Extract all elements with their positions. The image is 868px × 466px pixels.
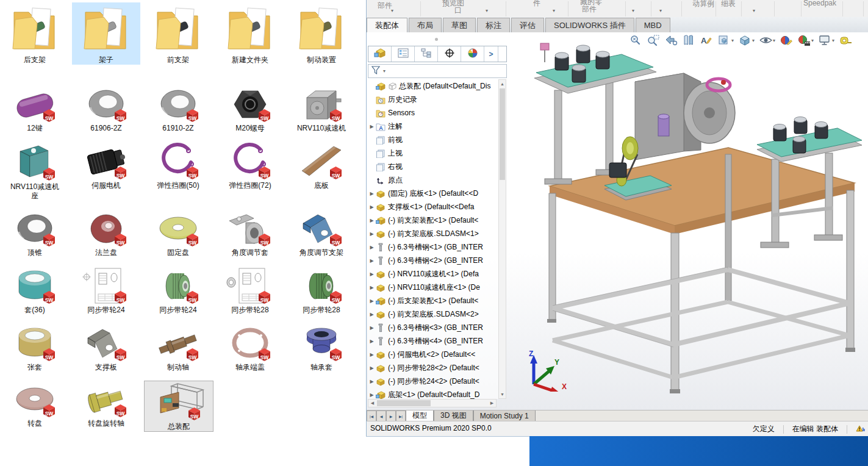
file-item-4[interactable]: 制动装置 [287,2,356,65]
panel-tab-dimxpert[interactable] [438,46,461,62]
ribbon-button-label[interactable]: 件 [533,0,540,9]
dropdown-caret[interactable]: ▾ [731,38,734,43]
file-item-31[interactable]: SW转盘旋转轴 [72,381,140,428]
feature-tree-filter[interactable]: ▾ [368,64,507,78]
tree-expand-arrow[interactable]: ▶ [368,218,376,223]
scrollbar-thumb[interactable] [377,400,431,406]
file-item-12[interactable]: SW弹性挡圈(50) [144,143,212,190]
tree-expand-arrow[interactable]: ▶ [368,245,376,250]
tree-item[interactable]: 历史记录 [368,93,498,106]
file-item-2[interactable]: 前支架 [144,2,212,65]
tree-item[interactable]: ▶(-) 前支架装配<1> (Default< [368,213,498,227]
ribbon-tab-4[interactable]: 标注 [477,18,510,32]
tree-expand-arrow[interactable]: ▶ [368,379,376,384]
tree-expand-arrow[interactable]: ▶ [368,124,376,129]
file-item-18[interactable]: SW角度调节套 [216,210,284,257]
ribbon-tab-3[interactable]: 草图 [443,18,476,32]
tree-item[interactable]: ▶底架<1> (Default<Default_D [368,388,498,399]
scroll-up-arrow[interactable]: ▲ [499,80,506,88]
study-tab-2[interactable]: 3D 视图 [434,410,473,421]
tree-expand-arrow[interactable]: ▶ [368,191,376,196]
file-item-30[interactable]: SW转盘 [1,381,69,428]
tree-expand-arrow[interactable]: ▶ [368,325,376,331]
file-item-23[interactable]: SW同步带轮28 [216,267,284,315]
file-item-25[interactable]: SW张套 [1,324,69,372]
tree-root-item[interactable]: 总装配 (Default<Default_Dis [368,79,498,93]
ribbon-button-label[interactable]: 细表 [721,0,736,9]
tree-item[interactable]: 前视 [368,133,498,146]
ribbon-button-label[interactable]: 部件 [378,1,392,11]
tree-item[interactable]: ▶(-) 6.3号槽钢<1> (GB_INTER [368,240,498,254]
ribbon-button-label[interactable]: 部件 [582,4,597,15]
file-item-7[interactable]: SW61910-2Z [144,85,212,133]
ribbon-tab-5[interactable]: 评估 [511,18,544,32]
tree-item[interactable]: 右视 [368,160,498,173]
tree-expand-arrow[interactable]: ▶ [368,339,376,344]
file-item-0[interactable]: 后支架 [1,2,69,65]
tree-item[interactable]: ▶(-) 6.3号槽钢<3> (GB_INTER [368,321,498,334]
tree-item[interactable]: ▶(-) NRV110减速机<1> (Defa [368,267,498,281]
file-item-14[interactable]: SW底板 [287,143,356,190]
panel-tab-features[interactable] [368,46,392,62]
ribbon-tab-1[interactable]: 装配体 [367,18,407,32]
previous-view-icon[interactable] [664,34,678,46]
ribbon-toolbar[interactable]: 部件预览图口件藏的零部件动算例细表Speedpak▾▾▾▾▾▾ [367,0,868,18]
study-tab-3[interactable]: Motion Study 1 [473,410,536,421]
tree-horizontal-scrollbar[interactable]: ◀ ▶ [368,399,497,407]
ribbon-dropdown-caret[interactable]: ▾ [486,8,488,13]
tree-expand-arrow[interactable]: ▶ [368,204,376,210]
measure-icon[interactable] [839,34,852,46]
ribbon-button-label[interactable]: Speedpak [803,0,836,7]
file-item-3[interactable]: 新建文件夹 [216,2,284,65]
display-style-icon[interactable]: ▾ [738,34,755,46]
dropdown-caret[interactable]: ▾ [832,38,834,43]
scroll-right-arrow[interactable]: ▶ [488,400,496,407]
filter-funnel-icon[interactable] [371,65,382,77]
file-item-27[interactable]: SW制动轴 [144,324,212,372]
tree-expand-arrow[interactable]: ▶ [368,298,376,304]
tree-expand-arrow[interactable]: ▶ [368,285,376,290]
file-item-24[interactable]: SW同步带轮28 [287,267,356,315]
tree-expand-arrow[interactable]: ▶ [368,365,376,371]
scroll-down-arrow[interactable]: ▼ [499,390,506,398]
tree-expand-arrow[interactable]: ▶ [368,312,376,317]
file-item-21[interactable]: SW同步带轮24 [72,267,140,315]
tree-expand-arrow[interactable]: ▶ [368,352,376,357]
file-item-29[interactable]: SW轴承套 [287,324,356,372]
tree-item[interactable]: ▶(-) 6.3号槽钢<4> (GB_INTER [368,334,498,348]
tree-item[interactable]: ▶(-) 前支架底板.SLDASM<2> [368,307,498,321]
sheet-nav-button-2[interactable]: ◀ [376,410,386,421]
view-settings-icon[interactable]: ▾ [818,34,834,46]
file-item-32[interactable]: SW总装配 [144,381,213,432]
tree-item[interactable]: ▶(-) NRV110减速机座<1> (De [368,281,498,294]
scrollbar-thumb[interactable] [500,88,505,180]
file-item-5[interactable]: SW12键 [1,85,69,133]
file-item-11[interactable]: SW伺服电机 [72,143,140,190]
panel-splitter-dot[interactable] [435,38,438,41]
ribbon-dropdown-caret[interactable]: ▾ [753,8,755,13]
ribbon-tab-2[interactable]: 布局 [409,18,442,32]
dropdown-caret[interactable]: ▾ [773,38,775,43]
file-item-13[interactable]: SW弹性挡圈(72) [216,143,284,190]
graphics-viewport[interactable]: Z Y X A▾▾▾▾▾ > ▾ 总装配 (Default<Default_Di… [367,32,868,410]
tree-item[interactable]: ▶A注解 [368,120,498,133]
ribbon-button-label[interactable]: 动算例 [692,0,714,9]
annotation-view-icon[interactable]: A [700,34,713,46]
dropdown-caret[interactable]: ▾ [752,38,755,43]
zoom-fit-icon[interactable] [629,34,642,46]
tree-item[interactable]: Sensors [368,106,498,120]
filter-dropdown-caret[interactable]: ▾ [383,68,386,74]
scroll-left-arrow[interactable]: ◀ [368,400,376,407]
tree-item[interactable]: 原点 [368,173,498,187]
ribbon-tab-6[interactable]: SOLIDWORKS 插件 [545,18,634,32]
file-explorer-pane[interactable]: 后支架架子前支架新建文件夹制动装置SW12键SW61906-2ZSW61910-… [0,0,366,466]
file-item-26[interactable]: SW支撑板 [72,324,140,372]
tree-item[interactable]: ▶(-) 同步带轮24<2> (Default< [368,375,498,388]
ribbon-dropdown-caret[interactable]: ▾ [391,8,393,13]
dropdown-caret[interactable]: ▾ [811,38,814,43]
tree-item[interactable]: ▶(-) 伺服电机<2> (Default<< [368,348,498,361]
file-item-8[interactable]: SWM20螺母 [216,85,284,133]
file-item-19[interactable]: SW角度调节支架 [287,210,356,257]
tree-item[interactable]: ▶(固定) 底板<1> (Default<<D [368,187,498,200]
panel-tab-configurations[interactable] [415,46,438,62]
